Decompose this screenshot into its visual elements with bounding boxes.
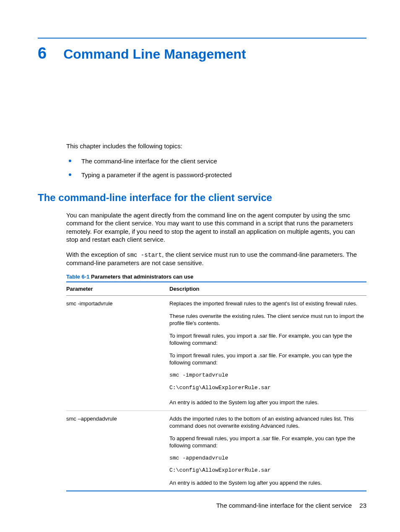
parameters-table: Parameter Description smc -importadvrule…: [66, 281, 366, 491]
chapter-heading: 6 Command Line Management: [38, 44, 366, 62]
column-header-description: Description: [169, 282, 366, 296]
desc-text: Adds the imported rules to the bottom of…: [169, 415, 364, 430]
code-line: smc -appendadvrule: [169, 455, 364, 462]
code-line: C:\config\AllowExplorerRule.sar: [169, 467, 364, 474]
desc-cell: Replaces the imported firewall rules to …: [169, 296, 366, 411]
bullet-icon: [69, 173, 71, 176]
para-text: With the exception of: [66, 251, 127, 258]
section-para: You can manipulate the agent directly fr…: [66, 211, 366, 244]
desc-text: Replaces the imported firewall rules to …: [169, 300, 364, 307]
table-row: smc -importadvrule Replaces the imported…: [66, 296, 366, 411]
table-caption: Table 6-1 Parameters that administrators…: [66, 274, 366, 280]
section-para: With the exception of smc -start, the cl…: [66, 251, 366, 267]
param-cell: smc -importadvrule: [66, 296, 169, 411]
column-header-parameter: Parameter: [66, 282, 169, 296]
chapter-number: 6: [38, 44, 47, 62]
section-heading: The command-line interface for the clien…: [38, 192, 366, 204]
desc-text: To import firewall rules, you import a .…: [169, 352, 364, 367]
code-line: smc -importadvrule: [169, 372, 364, 379]
page-number: 23: [359, 502, 366, 509]
page-footer: The command-line interface for the clien…: [216, 502, 366, 509]
desc-text: To import firewall rules, you import a .…: [169, 332, 364, 347]
param-cell: smc –appendadvrule: [66, 411, 169, 491]
topic-text: Typing a parameter if the agent is passw…: [81, 171, 232, 178]
bullet-icon: [69, 160, 71, 162]
desc-text: An entry is added to the System log afte…: [169, 479, 364, 487]
intro-text: This chapter includes the following topi…: [66, 142, 366, 150]
topic-text: The command-line interface for the clien…: [81, 158, 217, 165]
desc-text: To append firewall rules, you import a .…: [169, 435, 364, 449]
desc-text: These rules overwrite the existing rules…: [169, 312, 364, 327]
list-item: The command-line interface for the clien…: [66, 157, 366, 165]
table-row: smc –appendadvrule Adds the imported rul…: [66, 411, 366, 491]
table-caption-label: Table 6-1: [66, 274, 89, 280]
desc-text: An entry is added to the System log afte…: [169, 399, 364, 406]
table-header-row: Parameter Description: [66, 282, 366, 296]
desc-cell: Adds the imported rules to the bottom of…: [169, 411, 366, 491]
code-line: C:\config\AllowExplorerRule.sar: [169, 384, 364, 392]
chapter-title: Command Line Management: [63, 46, 246, 62]
footer-text: The command-line interface for the clien…: [216, 502, 352, 509]
top-rule: [38, 38, 366, 39]
table-caption-text: Parameters that administrators can use: [89, 274, 193, 280]
page: 6 Command Line Management This chapter i…: [0, 0, 400, 532]
inline-code: smc -start: [127, 252, 162, 258]
list-item: Typing a parameter if the agent is passw…: [66, 171, 366, 179]
topic-list: The command-line interface for the clien…: [66, 157, 366, 179]
